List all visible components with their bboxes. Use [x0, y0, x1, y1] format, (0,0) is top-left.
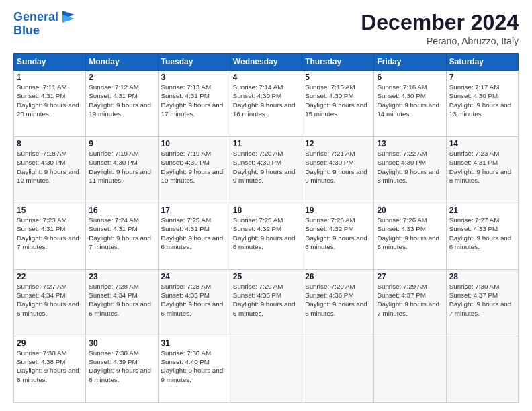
day-info: Sunrise: 7:15 AMSunset: 4:30 PMDaylight:… — [305, 83, 371, 118]
day-cell: 7Sunrise: 7:17 AMSunset: 4:30 PMDaylight… — [446, 71, 518, 137]
page: General Blue December 2024 Perano, Abruz… — [0, 0, 532, 411]
logo-flag-icon — [60, 11, 75, 23]
day-info: Sunrise: 7:21 AMSunset: 4:30 PMDaylight:… — [305, 149, 371, 185]
day-cell: 19Sunrise: 7:26 AMSunset: 4:32 PMDayligh… — [302, 203, 374, 270]
day-number: 16 — [89, 205, 154, 215]
day-info: Sunrise: 7:17 AMSunset: 4:30 PMDaylight:… — [449, 83, 515, 118]
title-block: December 2024 Perano, Abruzzo, Italy — [361, 11, 519, 46]
day-cell: 23Sunrise: 7:28 AMSunset: 4:34 PMDayligh… — [86, 270, 158, 336]
day-info: Sunrise: 7:22 AMSunset: 4:30 PMDaylight:… — [377, 149, 443, 185]
day-info: Sunrise: 7:14 AMSunset: 4:30 PMDaylight:… — [233, 83, 299, 118]
week-row-3: 15Sunrise: 7:23 AMSunset: 4:31 PMDayligh… — [14, 203, 519, 270]
weekday-header-wednesday: Wednesday — [230, 54, 302, 71]
day-info: Sunrise: 7:25 AMSunset: 4:32 PMDaylight:… — [233, 216, 299, 251]
weekday-header-saturday: Saturday — [446, 54, 518, 71]
day-info: Sunrise: 7:24 AMSunset: 4:31 PMDaylight:… — [89, 216, 154, 251]
day-number: 9 — [89, 139, 154, 148]
day-cell: 5Sunrise: 7:15 AMSunset: 4:30 PMDaylight… — [302, 71, 374, 137]
day-cell: 4Sunrise: 7:14 AMSunset: 4:30 PMDaylight… — [230, 71, 302, 137]
day-number: 1 — [17, 73, 83, 82]
day-number: 8 — [17, 139, 83, 148]
day-info: Sunrise: 7:16 AMSunset: 4:30 PMDaylight:… — [377, 83, 443, 118]
day-info: Sunrise: 7:18 AMSunset: 4:30 PMDaylight:… — [17, 149, 83, 185]
day-cell: 17Sunrise: 7:25 AMSunset: 4:31 PMDayligh… — [158, 203, 230, 270]
day-cell — [374, 336, 446, 403]
day-cell: 20Sunrise: 7:26 AMSunset: 4:33 PMDayligh… — [374, 203, 446, 270]
day-number: 18 — [233, 205, 299, 215]
day-info: Sunrise: 7:19 AMSunset: 4:30 PMDaylight:… — [161, 149, 227, 185]
day-cell: 14Sunrise: 7:23 AMSunset: 4:31 PMDayligh… — [446, 137, 518, 203]
day-number: 14 — [449, 139, 515, 148]
day-cell: 3Sunrise: 7:13 AMSunset: 4:31 PMDaylight… — [158, 71, 230, 137]
day-number: 2 — [89, 73, 154, 82]
weekday-header-tuesday: Tuesday — [158, 54, 230, 71]
day-cell: 31Sunrise: 7:30 AMSunset: 4:40 PMDayligh… — [158, 336, 230, 403]
day-info: Sunrise: 7:29 AMSunset: 4:35 PMDaylight:… — [233, 282, 299, 318]
month-title: December 2024 — [361, 11, 519, 34]
day-cell: 30Sunrise: 7:30 AMSunset: 4:39 PMDayligh… — [86, 336, 158, 403]
calendar-table: SundayMondayTuesdayWednesdayThursdayFrid… — [13, 53, 519, 403]
logo-general: General — [13, 10, 58, 24]
location: Perano, Abruzzo, Italy — [361, 36, 519, 46]
day-number: 20 — [377, 205, 443, 215]
day-info: Sunrise: 7:23 AMSunset: 4:31 PMDaylight:… — [449, 149, 515, 185]
day-cell: 9Sunrise: 7:19 AMSunset: 4:30 PMDaylight… — [86, 137, 158, 203]
day-number: 31 — [161, 338, 227, 348]
day-info: Sunrise: 7:30 AMSunset: 4:40 PMDaylight:… — [161, 349, 227, 384]
day-number: 12 — [305, 139, 371, 148]
weekday-header-monday: Monday — [86, 54, 158, 71]
day-cell: 29Sunrise: 7:30 AMSunset: 4:38 PMDayligh… — [14, 336, 86, 403]
day-cell: 25Sunrise: 7:29 AMSunset: 4:35 PMDayligh… — [230, 270, 302, 336]
day-number: 19 — [305, 205, 371, 215]
day-cell — [302, 336, 374, 403]
day-number: 25 — [233, 272, 299, 281]
day-number: 13 — [377, 139, 443, 148]
day-number: 7 — [449, 73, 515, 82]
day-number: 5 — [305, 73, 371, 82]
day-info: Sunrise: 7:29 AMSunset: 4:37 PMDaylight:… — [377, 282, 443, 318]
day-cell: 15Sunrise: 7:23 AMSunset: 4:31 PMDayligh… — [14, 203, 86, 270]
day-cell: 28Sunrise: 7:30 AMSunset: 4:37 PMDayligh… — [446, 270, 518, 336]
day-cell: 27Sunrise: 7:29 AMSunset: 4:37 PMDayligh… — [374, 270, 446, 336]
weekday-header-sunday: Sunday — [14, 54, 86, 71]
day-number: 17 — [161, 205, 227, 215]
day-info: Sunrise: 7:13 AMSunset: 4:31 PMDaylight:… — [161, 83, 227, 118]
week-row-2: 8Sunrise: 7:18 AMSunset: 4:30 PMDaylight… — [14, 137, 519, 203]
day-number: 21 — [449, 205, 515, 215]
weekday-header-thursday: Thursday — [302, 54, 374, 71]
day-number: 29 — [17, 338, 83, 348]
day-number: 6 — [377, 73, 443, 82]
week-row-1: 1Sunrise: 7:11 AMSunset: 4:31 PMDaylight… — [14, 71, 519, 137]
week-row-4: 22Sunrise: 7:27 AMSunset: 4:34 PMDayligh… — [14, 270, 519, 336]
day-number: 10 — [161, 139, 227, 148]
day-cell: 24Sunrise: 7:28 AMSunset: 4:35 PMDayligh… — [158, 270, 230, 336]
week-row-5: 29Sunrise: 7:30 AMSunset: 4:38 PMDayligh… — [14, 336, 519, 403]
day-number: 28 — [449, 272, 515, 281]
day-info: Sunrise: 7:25 AMSunset: 4:31 PMDaylight:… — [161, 216, 227, 251]
day-number: 24 — [161, 272, 227, 281]
day-cell — [230, 336, 302, 403]
day-info: Sunrise: 7:29 AMSunset: 4:36 PMDaylight:… — [305, 282, 371, 318]
logo: General Blue — [13, 11, 75, 38]
day-number: 11 — [233, 139, 299, 148]
weekday-header-friday: Friday — [374, 54, 446, 71]
logo-blue: Blue — [13, 24, 40, 38]
header: General Blue December 2024 Perano, Abruz… — [13, 11, 519, 46]
day-info: Sunrise: 7:26 AMSunset: 4:32 PMDaylight:… — [305, 216, 371, 251]
day-info: Sunrise: 7:27 AMSunset: 4:33 PMDaylight:… — [449, 216, 515, 251]
day-info: Sunrise: 7:30 AMSunset: 4:37 PMDaylight:… — [449, 282, 515, 318]
day-number: 22 — [17, 272, 83, 281]
day-info: Sunrise: 7:30 AMSunset: 4:38 PMDaylight:… — [17, 349, 83, 384]
day-cell: 13Sunrise: 7:22 AMSunset: 4:30 PMDayligh… — [374, 137, 446, 203]
day-cell: 6Sunrise: 7:16 AMSunset: 4:30 PMDaylight… — [374, 71, 446, 137]
day-number: 23 — [89, 272, 154, 281]
day-number: 26 — [305, 272, 371, 281]
day-number: 3 — [161, 73, 227, 82]
day-info: Sunrise: 7:11 AMSunset: 4:31 PMDaylight:… — [17, 83, 83, 118]
day-number: 27 — [377, 272, 443, 281]
day-cell: 2Sunrise: 7:12 AMSunset: 4:31 PMDaylight… — [86, 71, 158, 137]
day-cell: 10Sunrise: 7:19 AMSunset: 4:30 PMDayligh… — [158, 137, 230, 203]
day-number: 15 — [17, 205, 83, 215]
day-cell: 22Sunrise: 7:27 AMSunset: 4:34 PMDayligh… — [14, 270, 86, 336]
day-number: 30 — [89, 338, 154, 348]
